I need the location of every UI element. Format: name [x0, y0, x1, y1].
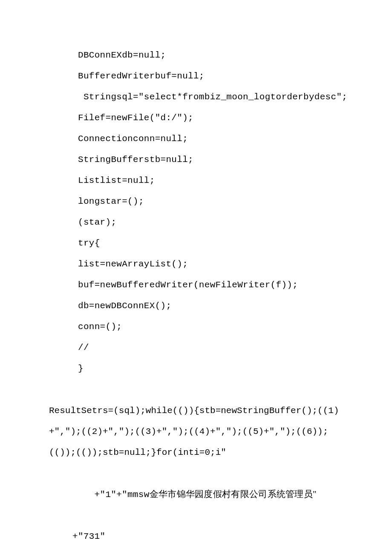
code-line: +"731": [49, 526, 343, 547]
code-line: Listlist=null;: [49, 170, 343, 191]
code-line: Filef=newFile("d:/");: [49, 107, 343, 128]
code-line: BufferedWriterbuf=null;: [49, 66, 343, 87]
code-line: longstar=();: [49, 191, 343, 212]
code-line: conn=();: [49, 316, 343, 337]
code-line: db=newDBConnEX();: [49, 295, 343, 316]
code-line: DBConnEXdb=null;: [49, 45, 343, 66]
document-page: DBConnEXdb=null; BufferedWriterbuf=null;…: [0, 0, 392, 555]
code-flow-block: ResultSetrs=(sql);while(()){stb=newStrin…: [49, 400, 343, 463]
code-line: (star);: [49, 212, 343, 233]
code-line: +"1"+"mmsw金华市锦华园度假村有限公司系统管理员": [49, 463, 343, 526]
code-fragment: +"1"+"mmsw: [95, 490, 150, 500]
code-line: try{: [49, 233, 343, 254]
code-line: Connectionconn=null;: [49, 128, 343, 149]
code-line: Stringsql="select*frombiz_moon_logtorder…: [49, 87, 343, 107]
code-flow-text: ResultSetrs=(sql);while(()){stb=newStrin…: [49, 406, 339, 457]
code-line: buf=newBufferedWriter(newFileWriter(f));: [49, 275, 343, 295]
code-line: }: [49, 358, 343, 379]
code-fragment-cjk: 金华市锦华园度假村有限公司系统管理员": [150, 489, 317, 499]
code-line: StringBufferstb=null;: [49, 149, 343, 170]
code-line: list=newArrayList();: [49, 254, 343, 275]
code-line: //: [49, 337, 343, 358]
